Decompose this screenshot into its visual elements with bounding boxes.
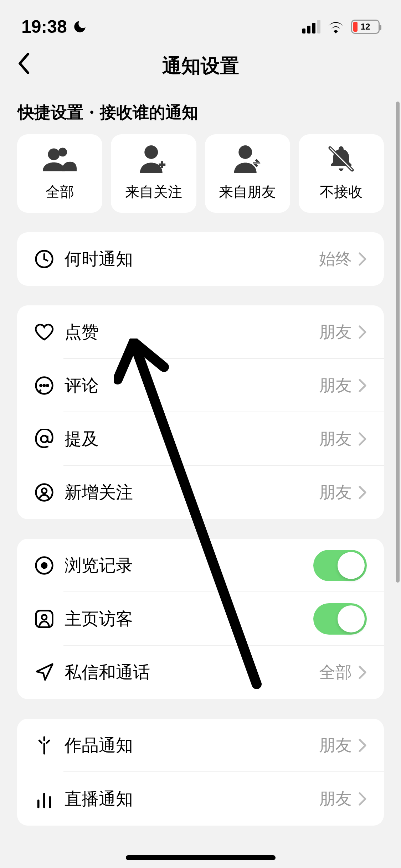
list-group-interactions: 点赞 朋友 评论 朋友 提及 朋友 新增关注 朋友 bbox=[17, 305, 384, 519]
row-value: 朋友 bbox=[319, 374, 352, 397]
row-dm-call[interactable]: 私信和通话 全部 bbox=[17, 646, 384, 699]
svg-point-8 bbox=[40, 385, 42, 387]
wifi-icon bbox=[327, 20, 345, 34]
quick-option-label: 不接收 bbox=[320, 182, 363, 202]
quick-option-label: 来自关注 bbox=[125, 182, 182, 202]
row-label: 私信和通话 bbox=[65, 661, 319, 684]
quick-option-label: 全部 bbox=[46, 182, 74, 202]
clock-icon bbox=[34, 249, 65, 269]
svg-point-10 bbox=[47, 385, 48, 387]
row-label: 何时通知 bbox=[65, 248, 319, 270]
section-title: 快捷设置・接收谁的通知 bbox=[0, 89, 401, 134]
sparkle-icon bbox=[34, 735, 65, 755]
quick-option-all[interactable]: 全部 bbox=[17, 134, 102, 213]
svg-point-2 bbox=[145, 145, 158, 159]
chevron-right-icon bbox=[358, 485, 367, 500]
moon-icon bbox=[72, 19, 87, 34]
row-when-notify[interactable]: 何时通知 始终 bbox=[17, 232, 384, 286]
status-bar: 19:38 12 bbox=[0, 0, 401, 43]
status-time: 19:38 bbox=[21, 16, 67, 37]
back-button[interactable] bbox=[18, 53, 31, 79]
row-value: 朋友 bbox=[319, 481, 352, 503]
row-label: 点赞 bbox=[65, 321, 319, 343]
row-profile-visitor[interactable]: 主页访客 bbox=[17, 592, 384, 646]
row-value: 全部 bbox=[319, 661, 352, 683]
row-live-notify[interactable]: 直播通知 朋友 bbox=[17, 772, 384, 826]
row-work-notify[interactable]: 作品通知 朋友 bbox=[17, 719, 384, 772]
bars-icon bbox=[34, 789, 65, 809]
row-value: 始终 bbox=[319, 248, 352, 270]
quick-options-grid: 全部 来自关注 来自朋友 不接收 bbox=[0, 134, 401, 213]
svg-point-11 bbox=[41, 436, 48, 443]
quick-option-friends[interactable]: 来自朋友 bbox=[205, 134, 290, 213]
svg-point-1 bbox=[48, 149, 60, 160]
row-label: 新增关注 bbox=[65, 481, 319, 504]
list-group-activity: 浏览记录 主页访客 私信和通话 全部 bbox=[17, 539, 384, 699]
quick-option-label: 来自朋友 bbox=[219, 182, 276, 202]
page-header: 通知设置 bbox=[0, 43, 401, 89]
battery-percent: 12 bbox=[361, 22, 370, 32]
toggle-visitor[interactable] bbox=[313, 603, 367, 635]
chevron-right-icon bbox=[358, 432, 367, 446]
chevron-right-icon bbox=[358, 792, 367, 806]
row-label: 评论 bbox=[65, 374, 319, 397]
cellular-icon bbox=[302, 20, 320, 33]
row-label: 作品通知 bbox=[65, 734, 319, 757]
svg-point-9 bbox=[43, 385, 45, 387]
chevron-right-icon bbox=[358, 665, 367, 680]
quick-option-none[interactable]: 不接收 bbox=[299, 134, 384, 213]
battery-icon: 12 bbox=[351, 20, 380, 34]
row-value: 朋友 bbox=[319, 788, 352, 810]
row-like[interactable]: 点赞 朋友 bbox=[17, 305, 384, 359]
chevron-right-icon bbox=[358, 738, 367, 753]
person-plus-icon bbox=[138, 145, 169, 172]
chevron-right-icon bbox=[358, 252, 367, 266]
row-label: 主页访客 bbox=[65, 608, 313, 630]
status-time-block: 19:38 bbox=[21, 16, 87, 37]
person-swap-icon bbox=[232, 145, 263, 172]
at-icon bbox=[34, 429, 65, 449]
row-mention[interactable]: 提及 朋友 bbox=[17, 412, 384, 466]
row-value: 朋友 bbox=[319, 734, 352, 756]
list-group-when: 何时通知 始终 bbox=[17, 232, 384, 286]
chevron-right-icon bbox=[358, 378, 367, 393]
svg-point-17 bbox=[42, 615, 47, 620]
comment-icon bbox=[34, 376, 65, 396]
row-comment[interactable]: 评论 朋友 bbox=[17, 359, 384, 412]
people-icon bbox=[43, 145, 77, 172]
bell-off-icon bbox=[327, 145, 355, 172]
list-group-content: 作品通知 朋友 直播通知 朋友 bbox=[17, 719, 384, 826]
user-circle-icon bbox=[34, 482, 65, 502]
row-new-follow[interactable]: 新增关注 朋友 bbox=[17, 466, 384, 519]
chevron-right-icon bbox=[358, 325, 367, 339]
svg-point-3 bbox=[238, 145, 252, 159]
row-value: 朋友 bbox=[319, 428, 352, 450]
eye-icon bbox=[34, 556, 65, 575]
row-label: 浏览记录 bbox=[65, 554, 313, 577]
row-browse-history[interactable]: 浏览记录 bbox=[17, 539, 384, 592]
svg-point-13 bbox=[42, 488, 47, 493]
profile-square-icon bbox=[34, 609, 65, 629]
send-icon bbox=[34, 662, 65, 682]
page-title: 通知设置 bbox=[18, 53, 383, 79]
status-right: 12 bbox=[302, 20, 380, 34]
scroll-indicator[interactable] bbox=[396, 102, 400, 583]
row-value: 朋友 bbox=[319, 321, 352, 343]
toggle-browse[interactable] bbox=[313, 550, 367, 581]
home-indicator[interactable] bbox=[126, 855, 276, 860]
row-label: 提及 bbox=[65, 428, 319, 450]
heart-icon bbox=[34, 322, 65, 342]
row-label: 直播通知 bbox=[65, 787, 319, 810]
quick-option-follow[interactable]: 来自关注 bbox=[111, 134, 196, 213]
svg-point-15 bbox=[42, 563, 47, 568]
svg-line-20 bbox=[47, 740, 49, 743]
svg-line-19 bbox=[39, 740, 42, 743]
